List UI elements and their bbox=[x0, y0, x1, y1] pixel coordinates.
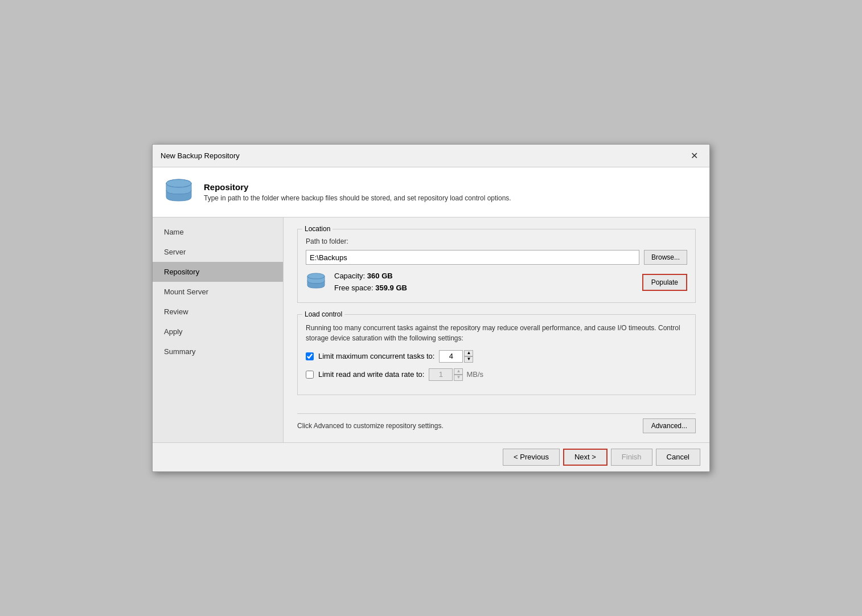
dialog-title: New Backup Repository bbox=[161, 151, 240, 160]
header-title: Repository bbox=[204, 182, 511, 192]
limit-tasks-down-btn[interactable]: ▼ bbox=[464, 356, 473, 363]
sidebar-item-summary[interactable]: Summary bbox=[153, 342, 283, 362]
sidebar-item-mount-server[interactable]: Mount Server bbox=[153, 282, 283, 302]
limit-tasks-label[interactable]: Limit maximum concurrent tasks to: bbox=[318, 352, 434, 360]
next-button[interactable]: Next > bbox=[563, 449, 607, 466]
path-input[interactable] bbox=[306, 250, 639, 265]
sidebar-item-server[interactable]: Server bbox=[153, 242, 283, 262]
sidebar-item-name[interactable]: Name bbox=[153, 222, 283, 242]
header-section: Repository Type in path to the folder wh… bbox=[153, 167, 709, 217]
sidebar: Name Server Repository Mount Server Revi… bbox=[153, 217, 284, 442]
limit-tasks-input[interactable] bbox=[439, 350, 463, 363]
cancel-button[interactable]: Cancel bbox=[656, 449, 700, 466]
body-section: Name Server Repository Mount Server Revi… bbox=[153, 217, 709, 442]
capacity-db-icon bbox=[306, 272, 326, 294]
main-content: Location Path to folder: Browse... bbox=[284, 217, 709, 442]
location-legend: Location bbox=[302, 225, 333, 233]
limit-tasks-spinner: ▲ ▼ bbox=[439, 350, 473, 363]
load-control-description: Running too many concurrent tasks agains… bbox=[306, 323, 687, 343]
limit-rate-up-btn[interactable]: ▲ bbox=[454, 368, 463, 375]
capacity-label: Capacity: bbox=[334, 272, 365, 280]
load-control-legend: Load control bbox=[302, 310, 344, 318]
limit-rate-row: Limit read and write data rate to: ▲ ▼ M… bbox=[306, 368, 687, 381]
limit-rate-checkbox[interactable] bbox=[306, 371, 314, 379]
limit-rate-spinner-btns: ▲ ▼ bbox=[454, 368, 463, 381]
close-button[interactable]: ✕ bbox=[687, 149, 701, 162]
sidebar-item-repository[interactable]: Repository bbox=[153, 262, 283, 282]
populate-button[interactable]: Populate bbox=[642, 274, 687, 291]
limit-tasks-spinner-btns: ▲ ▼ bbox=[464, 350, 473, 363]
sidebar-item-apply[interactable]: Apply bbox=[153, 322, 283, 342]
load-control-section: Load control Running too many concurrent… bbox=[297, 314, 696, 395]
limit-rate-spinner: ▲ ▼ MB/s bbox=[429, 368, 483, 381]
limit-tasks-up-btn[interactable]: ▲ bbox=[464, 350, 473, 356]
path-row: Browse... bbox=[306, 250, 687, 265]
header-description: Type in path to the folder where backup … bbox=[204, 194, 511, 202]
limit-rate-input[interactable] bbox=[429, 368, 453, 381]
header-text: Repository Type in path to the folder wh… bbox=[204, 182, 511, 202]
limit-rate-label[interactable]: Limit read and write data rate to: bbox=[318, 370, 424, 379]
location-section: Location Path to folder: Browse... bbox=[297, 229, 696, 303]
bottom-hint: Click Advanced to customize repository s… bbox=[297, 422, 444, 430]
path-label: Path to folder: bbox=[306, 237, 687, 245]
limit-rate-down-btn[interactable]: ▼ bbox=[454, 375, 463, 381]
sidebar-item-review[interactable]: Review bbox=[153, 302, 283, 322]
advanced-button[interactable]: Advanced... bbox=[643, 418, 696, 433]
title-bar: New Backup Repository ✕ bbox=[153, 145, 709, 167]
previous-button[interactable]: < Previous bbox=[503, 449, 560, 466]
limit-tasks-checkbox[interactable] bbox=[306, 352, 314, 360]
limit-rate-unit: MB/s bbox=[466, 370, 483, 379]
new-backup-repository-dialog: New Backup Repository ✕ Repository Type … bbox=[152, 144, 710, 472]
free-space-label: Free space: bbox=[334, 284, 373, 292]
capacity-value: 360 GB bbox=[367, 272, 393, 280]
limit-tasks-row: Limit maximum concurrent tasks to: ▲ ▼ bbox=[306, 350, 687, 363]
capacity-row: Capacity: 360 GB Free space: 359.9 GB Po… bbox=[306, 270, 687, 294]
bottom-row: Click Advanced to customize repository s… bbox=[297, 413, 696, 433]
finish-button[interactable]: Finish bbox=[611, 449, 652, 466]
browse-button[interactable]: Browse... bbox=[644, 250, 687, 265]
capacity-info: Capacity: 360 GB Free space: 359.9 GB bbox=[334, 270, 407, 294]
footer: < Previous Next > Finish Cancel bbox=[153, 442, 709, 471]
free-space-value: 359.9 GB bbox=[375, 284, 407, 292]
repository-icon bbox=[164, 176, 194, 208]
